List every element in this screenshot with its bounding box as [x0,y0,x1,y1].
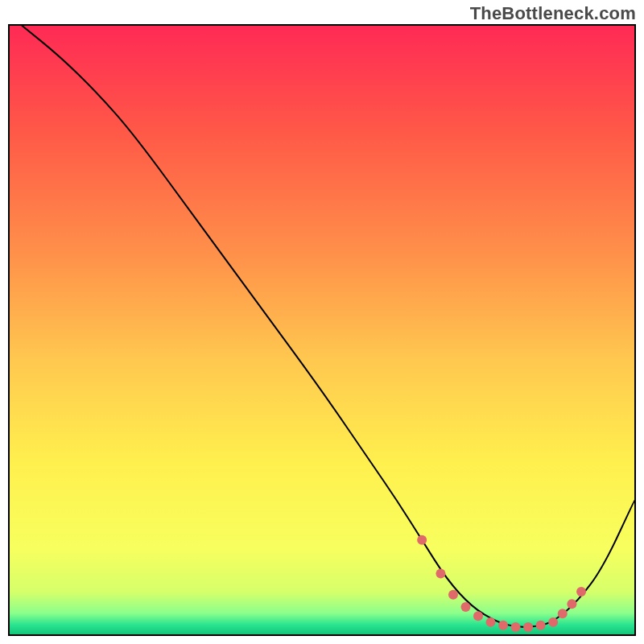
sweet-spot-dot [558,609,568,618]
sweet-spot-dot [567,599,576,609]
plot-svg [10,26,634,634]
sweet-spot-dot [448,590,458,600]
sweet-spot-dot [417,535,427,545]
chart-frame: TheBottleneck.com [0,0,644,644]
sweet-spot-dot [460,602,470,612]
sweet-spot-dot [536,621,546,630]
sweet-spot-dot [548,617,558,627]
sweet-spot-dot [511,622,521,632]
sweet-spot-dot [486,617,496,627]
sweet-spot-dot [473,611,483,621]
plot-area [8,24,636,636]
sweet-spot-dot [498,621,508,630]
sweet-spot-dot [576,587,586,597]
sweet-spot-dot [523,622,533,632]
watermark-text: TheBottleneck.com [470,3,636,24]
gradient-background [10,26,634,634]
sweet-spot-dot [436,568,445,578]
